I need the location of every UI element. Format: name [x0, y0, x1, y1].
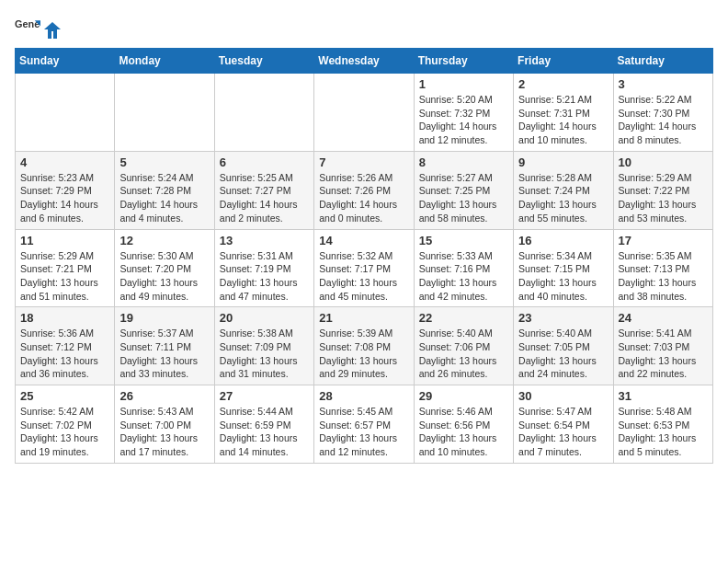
day-number: 9 [518, 155, 608, 169]
day-info: Sunrise: 5:21 AM Sunset: 7:31 PM Dayligh… [518, 93, 608, 147]
day-info: Sunrise: 5:44 AM Sunset: 6:59 PM Dayligh… [220, 405, 309, 459]
day-number: 31 [619, 389, 708, 403]
calendar-cell: 13Sunrise: 5:31 AM Sunset: 7:19 PM Dayli… [214, 229, 313, 307]
logo: General [15, 15, 61, 40]
svg-text:General: General [15, 18, 40, 29]
col-header-wednesday: Wednesday [314, 49, 414, 74]
day-number: 3 [619, 77, 708, 91]
day-number: 4 [20, 155, 109, 169]
day-number: 7 [319, 155, 408, 169]
day-info: Sunrise: 5:40 AM Sunset: 7:06 PM Dayligh… [419, 327, 508, 381]
calendar-cell [16, 74, 115, 152]
logo-bird-icon [44, 20, 61, 40]
calendar-cell: 8Sunrise: 5:27 AM Sunset: 7:25 PM Daylig… [414, 151, 513, 229]
day-number: 11 [20, 234, 109, 247]
day-info: Sunrise: 5:28 AM Sunset: 7:24 PM Dayligh… [518, 171, 608, 225]
day-info: Sunrise: 5:32 AM Sunset: 7:17 PM Dayligh… [319, 249, 408, 304]
day-info: Sunrise: 5:35 AM Sunset: 7:13 PM Dayligh… [619, 249, 708, 304]
day-number: 23 [518, 311, 608, 325]
day-info: Sunrise: 5:48 AM Sunset: 6:53 PM Dayligh… [619, 405, 708, 459]
day-info: Sunrise: 5:20 AM Sunset: 7:32 PM Dayligh… [419, 93, 508, 147]
calendar-cell: 15Sunrise: 5:33 AM Sunset: 7:16 PM Dayli… [414, 229, 513, 307]
day-number: 19 [119, 311, 209, 325]
calendar-cell: 14Sunrise: 5:32 AM Sunset: 7:17 PM Dayli… [314, 229, 414, 307]
week-row: 11Sunrise: 5:29 AM Sunset: 7:21 PM Dayli… [16, 229, 713, 307]
day-info: Sunrise: 5:27 AM Sunset: 7:25 PM Dayligh… [419, 171, 508, 225]
calendar-cell: 7Sunrise: 5:26 AM Sunset: 7:26 PM Daylig… [314, 151, 414, 229]
day-number: 22 [419, 311, 508, 325]
day-info: Sunrise: 5:30 AM Sunset: 7:20 PM Dayligh… [119, 249, 209, 304]
calendar-cell: 30Sunrise: 5:47 AM Sunset: 6:54 PM Dayli… [514, 385, 613, 464]
day-info: Sunrise: 5:46 AM Sunset: 6:56 PM Dayligh… [419, 405, 508, 459]
day-number: 10 [619, 155, 708, 169]
day-info: Sunrise: 5:47 AM Sunset: 6:54 PM Dayligh… [518, 405, 608, 459]
calendar-cell [314, 74, 414, 152]
calendar-table: SundayMondayTuesdayWednesdayThursdayFrid… [15, 48, 713, 464]
week-row: 1Sunrise: 5:20 AM Sunset: 7:32 PM Daylig… [16, 74, 713, 152]
day-info: Sunrise: 5:38 AM Sunset: 7:09 PM Dayligh… [220, 327, 309, 381]
calendar-cell [115, 74, 214, 152]
day-number: 14 [319, 234, 408, 247]
col-header-monday: Monday [115, 49, 214, 74]
day-info: Sunrise: 5:29 AM Sunset: 7:22 PM Dayligh… [619, 171, 708, 225]
day-info: Sunrise: 5:40 AM Sunset: 7:05 PM Dayligh… [518, 327, 608, 381]
calendar-cell: 28Sunrise: 5:45 AM Sunset: 6:57 PM Dayli… [314, 385, 414, 464]
calendar-header-row: SundayMondayTuesdayWednesdayThursdayFrid… [16, 49, 713, 74]
day-number: 5 [119, 155, 209, 169]
calendar-cell: 21Sunrise: 5:39 AM Sunset: 7:08 PM Dayli… [314, 307, 414, 385]
day-number: 21 [319, 311, 408, 325]
calendar-cell: 20Sunrise: 5:38 AM Sunset: 7:09 PM Dayli… [214, 307, 313, 385]
day-info: Sunrise: 5:42 AM Sunset: 7:02 PM Dayligh… [20, 405, 109, 459]
calendar-cell: 17Sunrise: 5:35 AM Sunset: 7:13 PM Dayli… [613, 229, 712, 307]
calendar-cell: 29Sunrise: 5:46 AM Sunset: 6:56 PM Dayli… [414, 385, 513, 464]
calendar-cell: 25Sunrise: 5:42 AM Sunset: 7:02 PM Dayli… [16, 385, 115, 464]
calendar-cell: 26Sunrise: 5:43 AM Sunset: 7:00 PM Dayli… [115, 385, 214, 464]
day-number: 30 [518, 389, 608, 403]
day-number: 25 [20, 389, 109, 403]
calendar-cell: 31Sunrise: 5:48 AM Sunset: 6:53 PM Dayli… [613, 385, 712, 464]
calendar-cell: 1Sunrise: 5:20 AM Sunset: 7:32 PM Daylig… [414, 74, 513, 152]
calendar-cell: 4Sunrise: 5:23 AM Sunset: 7:29 PM Daylig… [16, 151, 115, 229]
calendar-cell: 5Sunrise: 5:24 AM Sunset: 7:28 PM Daylig… [115, 151, 214, 229]
day-number: 29 [419, 389, 508, 403]
day-info: Sunrise: 5:22 AM Sunset: 7:30 PM Dayligh… [619, 93, 708, 147]
calendar-cell: 3Sunrise: 5:22 AM Sunset: 7:30 PM Daylig… [613, 74, 712, 152]
day-info: Sunrise: 5:37 AM Sunset: 7:11 PM Dayligh… [119, 327, 209, 381]
col-header-saturday: Saturday [613, 49, 712, 74]
week-row: 18Sunrise: 5:36 AM Sunset: 7:12 PM Dayli… [16, 307, 713, 385]
day-number: 8 [419, 155, 508, 169]
col-header-tuesday: Tuesday [214, 49, 313, 74]
day-number: 13 [220, 234, 309, 247]
svg-marker-2 [44, 22, 61, 39]
col-header-thursday: Thursday [414, 49, 513, 74]
day-number: 15 [419, 234, 508, 247]
calendar-cell: 19Sunrise: 5:37 AM Sunset: 7:11 PM Dayli… [115, 307, 214, 385]
day-info: Sunrise: 5:39 AM Sunset: 7:08 PM Dayligh… [319, 327, 408, 381]
day-number: 2 [518, 77, 608, 91]
day-number: 12 [119, 234, 209, 247]
day-info: Sunrise: 5:25 AM Sunset: 7:27 PM Dayligh… [220, 171, 309, 225]
calendar-cell: 23Sunrise: 5:40 AM Sunset: 7:05 PM Dayli… [514, 307, 613, 385]
day-info: Sunrise: 5:41 AM Sunset: 7:03 PM Dayligh… [619, 327, 708, 381]
calendar-cell: 11Sunrise: 5:29 AM Sunset: 7:21 PM Dayli… [16, 229, 115, 307]
calendar-cell: 22Sunrise: 5:40 AM Sunset: 7:06 PM Dayli… [414, 307, 513, 385]
calendar-cell: 24Sunrise: 5:41 AM Sunset: 7:03 PM Dayli… [613, 307, 712, 385]
week-row: 4Sunrise: 5:23 AM Sunset: 7:29 PM Daylig… [16, 151, 713, 229]
day-info: Sunrise: 5:34 AM Sunset: 7:15 PM Dayligh… [518, 249, 608, 304]
day-number: 18 [20, 311, 109, 325]
day-info: Sunrise: 5:31 AM Sunset: 7:19 PM Dayligh… [220, 249, 309, 304]
logo-icon: General [15, 15, 40, 40]
col-header-sunday: Sunday [16, 49, 115, 74]
day-info: Sunrise: 5:45 AM Sunset: 6:57 PM Dayligh… [319, 405, 408, 459]
week-row: 25Sunrise: 5:42 AM Sunset: 7:02 PM Dayli… [16, 385, 713, 464]
calendar-cell: 10Sunrise: 5:29 AM Sunset: 7:22 PM Dayli… [613, 151, 712, 229]
day-info: Sunrise: 5:36 AM Sunset: 7:12 PM Dayligh… [20, 327, 109, 381]
calendar-cell: 18Sunrise: 5:36 AM Sunset: 7:12 PM Dayli… [16, 307, 115, 385]
day-info: Sunrise: 5:29 AM Sunset: 7:21 PM Dayligh… [20, 249, 109, 304]
day-number: 16 [518, 234, 608, 247]
day-number: 17 [619, 234, 708, 247]
day-info: Sunrise: 5:24 AM Sunset: 7:28 PM Dayligh… [119, 171, 209, 225]
day-number: 27 [220, 389, 309, 403]
calendar-cell: 9Sunrise: 5:28 AM Sunset: 7:24 PM Daylig… [514, 151, 613, 229]
day-number: 28 [319, 389, 408, 403]
